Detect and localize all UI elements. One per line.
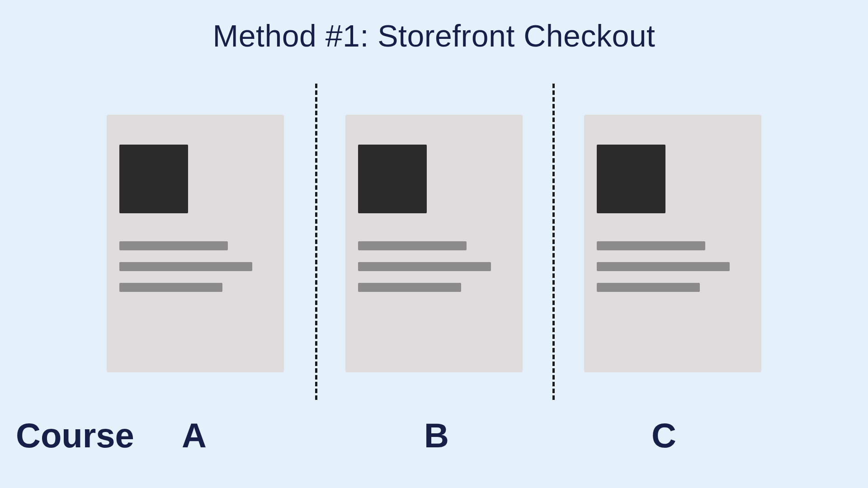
card-text-placeholder — [597, 241, 730, 304]
label-b: B — [424, 416, 449, 455]
course-card-c — [584, 115, 761, 372]
placeholder-line — [358, 241, 467, 250]
card-text-placeholder — [119, 241, 252, 304]
card-thumbnail-icon — [358, 145, 427, 213]
page-title: Method #1: Storefront Checkout — [0, 18, 868, 53]
placeholder-line — [119, 262, 252, 271]
course-card-a — [107, 115, 284, 372]
placeholder-line — [358, 283, 461, 292]
course-card-b — [345, 115, 523, 372]
placeholder-line — [358, 262, 491, 271]
cards-row — [0, 115, 868, 372]
divider-dashed — [552, 84, 555, 400]
label-course: Course — [16, 416, 134, 455]
label-a: A — [182, 416, 207, 455]
divider-dashed — [315, 84, 317, 400]
placeholder-line — [597, 241, 705, 250]
card-text-placeholder — [358, 241, 491, 304]
placeholder-line — [119, 283, 222, 292]
placeholder-line — [119, 241, 228, 250]
placeholder-line — [597, 283, 700, 292]
label-c: C — [651, 416, 676, 455]
bottom-labels: Course A B C — [0, 416, 868, 456]
placeholder-line — [597, 262, 730, 271]
card-thumbnail-icon — [597, 145, 665, 213]
card-thumbnail-icon — [119, 145, 188, 213]
